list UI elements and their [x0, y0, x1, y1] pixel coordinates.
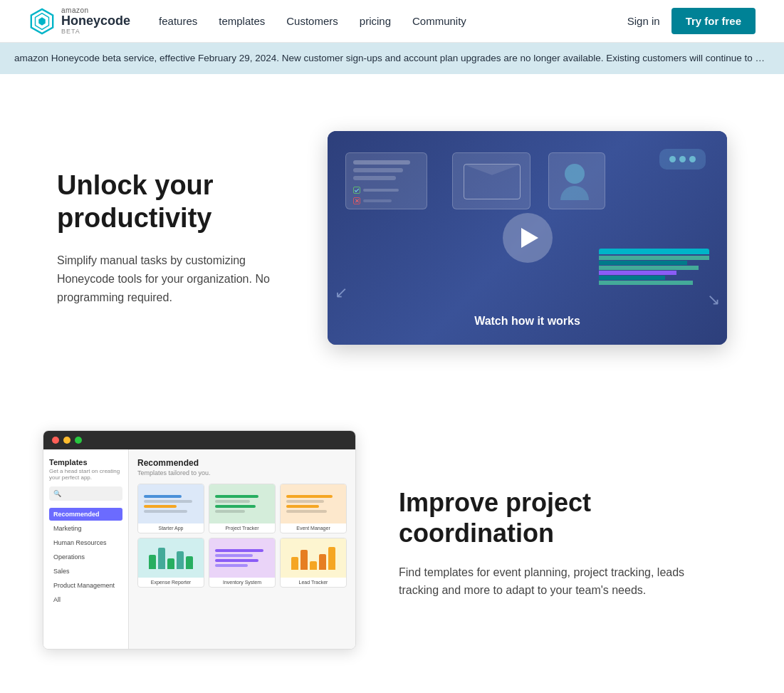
video-play-button[interactable]: [503, 213, 553, 263]
sidebar-item-all[interactable]: All: [49, 593, 122, 606]
template-card-event[interactable]: Event Manager: [280, 484, 347, 533]
sidebar-item-sales[interactable]: Sales: [49, 565, 122, 578]
sidebar-item-operations[interactable]: Operations: [49, 551, 122, 563]
template-mockup: Templates Get a head start on creating y…: [43, 430, 356, 650]
site-header: amazon Honeycode BETA features templates…: [0, 0, 784, 43]
video-deco-card-1: ✕: [345, 152, 427, 209]
video-deco-card-3: [548, 152, 605, 209]
mockup-sidebar-title: Templates: [49, 458, 122, 467]
video-deco-card-2: [452, 152, 530, 209]
templates-section: Templates Get a head start on creating y…: [0, 402, 784, 693]
template-card-lead[interactable]: Lead Tracker: [280, 538, 347, 588]
template-card-inventory[interactable]: Inventory System: [209, 538, 276, 588]
mockup-body: Templates Get a head start on creating y…: [43, 449, 355, 649]
sidebar-item-hr[interactable]: Human Resources: [49, 536, 122, 549]
template-card-label-project: Project Tracker: [209, 523, 275, 533]
template-card-project[interactable]: Project Tracker: [209, 484, 276, 533]
template-card-label-expense: Expense Reporter: [138, 578, 204, 587]
section2-description: Find templates for event planning, proje…: [399, 563, 727, 600]
template-card-img-expense: [138, 538, 204, 578]
template-card-img-starter: [138, 484, 204, 523]
template-card-starter[interactable]: Starter App: [137, 484, 204, 533]
nav-item-pricing[interactable]: pricing: [360, 15, 391, 27]
video-deco-arrow-left: ↙: [335, 283, 347, 302]
hero-section: Unlock your productivity Simplify manual…: [0, 74, 784, 402]
svg-marker-2: [38, 17, 46, 25]
sidebar-item-marketing[interactable]: Marketing: [49, 522, 122, 535]
hero-text-block: Unlock your productivity Simplify manual…: [57, 170, 285, 306]
recommended-title: Recommended: [137, 458, 347, 468]
video-thumbnail[interactable]: ✕: [328, 131, 727, 345]
search-icon: 🔍: [53, 490, 61, 497]
announcement-banner: amazon Honeycode beta service, effective…: [0, 43, 784, 74]
hero-title: Unlock your productivity: [57, 170, 285, 234]
template-card-label-event: Event Manager: [281, 523, 346, 533]
sidebar-item-recommended[interactable]: Recommended: [49, 508, 122, 521]
mockup-sidebar: Templates Get a head start on creating y…: [43, 449, 129, 649]
section2-text-block: Improve project coordination Find templa…: [399, 430, 727, 600]
main-nav: features templates Customers pricing Com…: [159, 15, 627, 27]
template-card-img-inventory: [209, 538, 275, 578]
logo-icon: [28, 8, 56, 35]
template-card-img-lead: [281, 538, 346, 578]
nav-item-customers[interactable]: Customers: [286, 15, 338, 27]
nav-item-community[interactable]: Community: [412, 15, 466, 27]
video-bg: ✕: [328, 131, 727, 345]
window-maximize-dot: [75, 437, 82, 444]
logo-link[interactable]: amazon Honeycode BETA: [28, 6, 130, 36]
mockup-search-box[interactable]: 🔍: [49, 486, 122, 501]
template-card-label-starter: Starter App: [138, 523, 204, 533]
template-card-expense[interactable]: Expense Reporter: [137, 538, 204, 588]
logo-honeycode-text: Honeycode: [61, 14, 130, 28]
nav-item-features[interactable]: features: [159, 15, 197, 27]
template-card-label-inventory: Inventory System: [209, 578, 275, 587]
header-actions: Sign in Try for free: [627, 8, 756, 34]
recommended-sub: Templates tailored to you.: [137, 469, 347, 476]
video-deco-bubble: [659, 149, 706, 170]
logo-text: amazon Honeycode BETA: [61, 6, 130, 36]
try-free-button[interactable]: Try for free: [671, 8, 756, 34]
template-cards-grid: Starter App Project Tracker: [137, 484, 347, 588]
window-close-dot: [52, 437, 59, 444]
template-card-img-event: [281, 484, 346, 523]
watch-label: Watch how it works: [474, 315, 580, 328]
mockup-sidebar-sub: Get a head start on creating your perfec…: [49, 468, 122, 481]
video-deco-arrow-right: ↘: [707, 291, 720, 309]
titlebar: [43, 431, 355, 449]
window-minimize-dot: [63, 437, 70, 444]
sidebar-item-product[interactable]: Product Management: [49, 579, 122, 592]
template-card-img-project: [209, 484, 275, 523]
hero-description: Simplify manual tasks by customizing Hon…: [57, 251, 285, 306]
nav-item-templates[interactable]: templates: [219, 15, 265, 27]
play-icon: [521, 228, 538, 248]
video-deco-table: [599, 249, 709, 320]
section2-title: Improve project coordination: [399, 487, 727, 548]
sign-in-button[interactable]: Sign in: [627, 15, 660, 27]
template-card-label-lead: Lead Tracker: [281, 578, 346, 587]
mockup-main: Recommended Templates tailored to you.: [129, 449, 355, 649]
logo-beta-badge: BETA: [61, 28, 130, 36]
